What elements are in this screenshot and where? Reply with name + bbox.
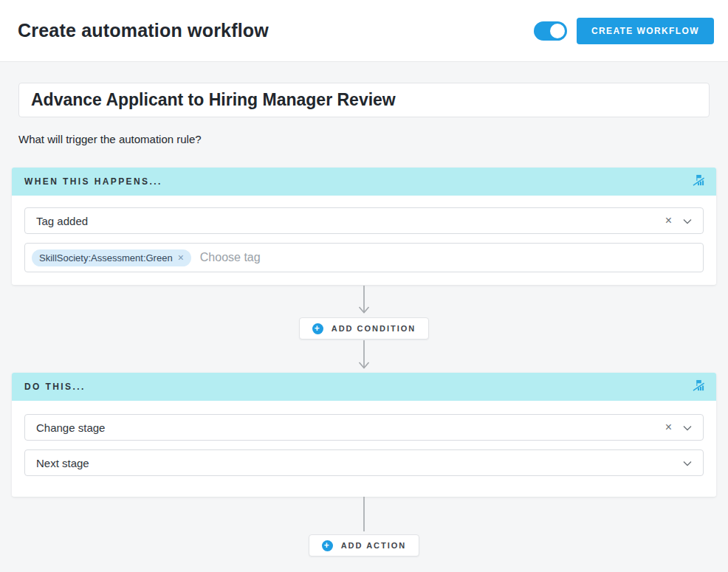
when-section-title: WHEN THIS HAPPENS...: [24, 176, 693, 187]
stage-select-value: Next stage: [36, 457, 683, 469]
do-section-card: DO THIS... Change stage ×: [12, 373, 716, 497]
do-section-body: Change stage × Next stage: [12, 401, 716, 497]
add-condition-label: ADD CONDITION: [332, 324, 416, 333]
automation-icon: [693, 379, 705, 395]
remove-tag-icon[interactable]: ×: [178, 252, 184, 263]
trigger-question-label: What will trigger the automation rule?: [18, 133, 710, 145]
chevron-down-icon[interactable]: [683, 456, 692, 469]
trigger-select[interactable]: Tag added ×: [24, 207, 704, 234]
workflow-enabled-toggle[interactable]: [534, 21, 567, 41]
clear-trigger-icon[interactable]: ×: [665, 215, 672, 227]
action-select-value: Change stage: [36, 421, 665, 434]
when-section-card: WHEN THIS HAPPENS... Tag added: [12, 168, 716, 285]
tag-chip-label: SkillSociety:Assessment:Green: [39, 252, 173, 263]
top-bar: Create automation workflow CREATE WORKFL…: [0, 0, 728, 62]
automation-icon: [693, 174, 705, 190]
clear-action-icon[interactable]: ×: [665, 421, 672, 433]
when-section-header: WHEN THIS HAPPENS...: [12, 168, 716, 196]
add-action-label: ADD ACTION: [341, 541, 407, 550]
trigger-select-value: Tag added: [36, 215, 665, 227]
create-workflow-button[interactable]: CREATE WORKFLOW: [577, 18, 714, 44]
tag-chip: SkillSociety:Assessment:Green ×: [32, 249, 191, 266]
plus-icon: +: [312, 323, 323, 334]
do-section-title: DO THIS...: [24, 382, 693, 392]
workflow-editor: What will trigger the automation rule? W…: [0, 62, 728, 572]
tag-field[interactable]: SkillSociety:Assessment:Green ×: [24, 243, 704, 272]
page-title: Create automation workflow: [18, 20, 534, 41]
chevron-down-icon[interactable]: [683, 214, 692, 227]
plus-icon: +: [322, 540, 333, 551]
add-condition-button[interactable]: + ADD CONDITION: [299, 317, 430, 340]
do-section-header: DO THIS...: [12, 373, 716, 401]
when-section-body: Tag added × SkillSociety:Assessment:Gree…: [12, 196, 716, 285]
action-select[interactable]: Change stage ×: [24, 414, 704, 441]
workflow-name-input[interactable]: [18, 83, 710, 117]
chevron-down-icon[interactable]: [683, 421, 692, 434]
choose-tag-input[interactable]: [200, 251, 696, 264]
flow-line: [357, 497, 371, 534]
toggle-knob: [550, 24, 565, 38]
add-action-button[interactable]: + ADD ACTION: [309, 534, 420, 557]
flow-arrow-down: [357, 285, 371, 317]
flow-arrow-down: [357, 340, 371, 373]
stage-select[interactable]: Next stage: [24, 449, 704, 476]
